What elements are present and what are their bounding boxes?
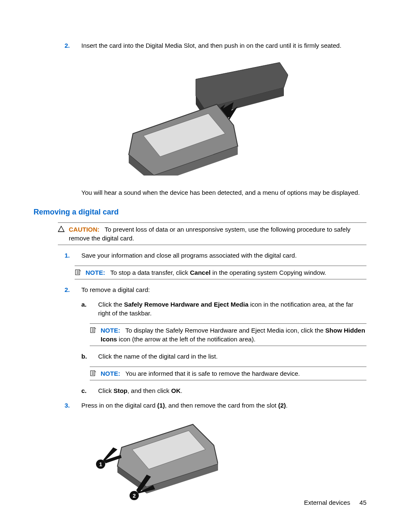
note-text: NOTE: To stop a data transfer, click Can… (86, 268, 366, 277)
caution-icon (58, 225, 66, 243)
caution-label: CAUTION: (69, 226, 99, 233)
note-label: NOTE: (101, 327, 120, 334)
note-label: NOTE: (86, 269, 105, 276)
note-block-3: NOTE: You are informed that it is safe t… (90, 367, 366, 380)
step-text: Insert the card into the Digital Media S… (81, 41, 366, 50)
step-number: 2. (65, 41, 81, 50)
page-footer: External devices 45 (304, 498, 366, 507)
note-icon (90, 326, 98, 343)
step-text: Click Stop, and then click OK. (98, 386, 366, 395)
note-icon (90, 369, 98, 378)
note-block-2: NOTE: To display the Safely Remove Hardw… (90, 323, 366, 346)
note-text: NOTE: You are informed that it is safe t… (101, 369, 366, 378)
step-number: 2. (65, 285, 81, 294)
footer-section: External devices (304, 499, 350, 506)
step-text: To remove a digital card: (81, 285, 366, 294)
page-number: 45 (359, 499, 366, 506)
svg-marker-8 (58, 226, 64, 232)
step-2: 2. Insert the card into the Digital Medi… (65, 41, 366, 50)
step-text: Save your information and close all prog… (81, 251, 366, 260)
after-image-text: You will hear a sound when the device ha… (81, 188, 366, 197)
insert-card-illustration (34, 58, 366, 176)
remove-card-illustration: 1 2 (92, 418, 218, 502)
remove-step-2c: c. Click Stop, and then click OK. (81, 386, 366, 395)
remove-step-1: 1. Save your information and close all p… (65, 251, 366, 260)
note-text: NOTE: To display the Safely Remove Hardw… (101, 326, 366, 343)
svg-text:2: 2 (132, 493, 135, 499)
remove-step-2b: b. Click the name of the digital card in… (81, 352, 366, 361)
caution-text: CAUTION: To prevent loss of data or an u… (69, 225, 366, 243)
svg-text:1: 1 (99, 461, 102, 467)
step-text: Click the name of the digital card in th… (98, 352, 366, 361)
step-letter: a. (81, 300, 98, 318)
step-letter: c. (81, 386, 98, 395)
step-text: Press in on the digital card (1), and th… (81, 401, 366, 410)
note-label: NOTE: (101, 370, 120, 377)
step-number: 3. (65, 401, 81, 410)
note-icon (75, 268, 83, 277)
step-number: 1. (65, 251, 81, 260)
section-heading: Removing a digital card (34, 207, 366, 217)
remove-step-2: 2. To remove a digital card: (65, 285, 366, 294)
step-letter: b. (81, 352, 98, 361)
caution-block: CAUTION: To prevent loss of data or an u… (58, 222, 366, 245)
remove-step-3: 3. Press in on the digital card (1), and… (65, 401, 366, 410)
note-block-1: NOTE: To stop a data transfer, click Can… (75, 266, 366, 279)
remove-step-2a: a. Click the Safely Remove Hardware and … (81, 300, 366, 318)
step-text: Click the Safely Remove Hardware and Eje… (98, 300, 366, 318)
